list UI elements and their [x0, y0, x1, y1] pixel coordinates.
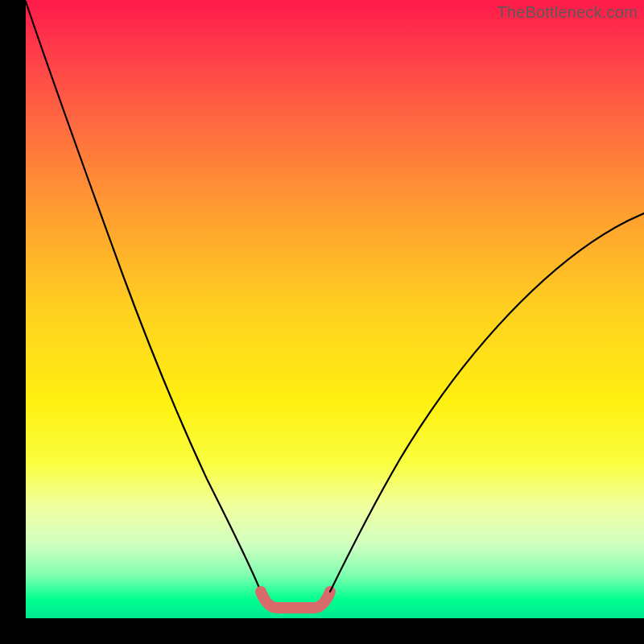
chart-frame: TheBottleneck.com	[26, 0, 644, 618]
right-curve	[330, 213, 644, 592]
flat-bottom	[261, 592, 330, 608]
left-curve	[26, 2, 261, 592]
curve-plot	[26, 0, 644, 618]
